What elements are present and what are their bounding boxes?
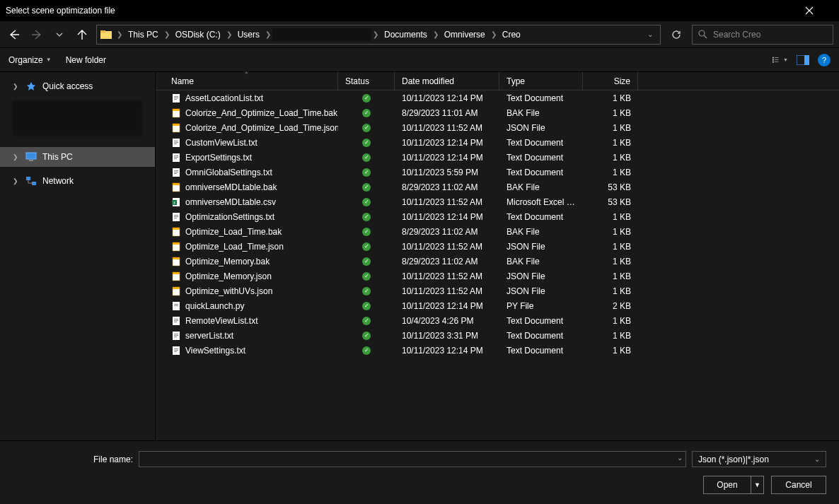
help-button[interactable]: ? (818, 54, 831, 66)
status-synced-icon: ✓ (362, 257, 371, 266)
sort-indicator-icon: ⌃ (244, 72, 249, 78)
file-date: 10/11/2023 11:52 AM (395, 271, 499, 281)
crumb-documents[interactable]: Documents (380, 30, 432, 40)
sidebar-network[interactable]: ❯ Network (0, 171, 155, 191)
cancel-button[interactable]: Cancel (771, 476, 826, 494)
recent-dropdown[interactable] (51, 26, 68, 43)
sidebar-this-pc[interactable]: ❯ This PC (0, 147, 155, 167)
status-synced-icon: ✓ (362, 346, 371, 355)
file-row[interactable]: OptimizationSettings.txt✓10/11/2023 12:1… (156, 209, 839, 224)
file-row[interactable]: CustomViewList.txt✓10/11/2023 12:14 PMTe… (156, 135, 839, 150)
status-synced-icon: ✓ (362, 168, 371, 177)
file-type-filter[interactable]: Json (*.json)|*.json ⌄ (692, 451, 826, 467)
file-type: JSON File (499, 286, 583, 296)
chevron-right-icon: ❯ (226, 30, 232, 38)
chevron-right-icon: ❯ (164, 30, 170, 38)
file-name: RemoteViewList.txt (185, 316, 258, 326)
preview-pane-icon (797, 55, 809, 65)
header-size[interactable]: Size (583, 72, 638, 90)
sidebar-item-label: Network (42, 176, 74, 186)
network-icon (25, 175, 37, 187)
up-button[interactable] (74, 26, 91, 43)
chevron-down-icon[interactable]: ⌄ (647, 30, 653, 38)
status-synced-icon: ✓ (362, 287, 371, 295)
svg-rect-18 (174, 99, 177, 100)
chevron-right-icon: ❯ (117, 30, 122, 38)
sidebar-quick-access[interactable]: ❯ Quick access (0, 76, 155, 96)
file-row[interactable]: OmniGlobalSettings.txt✓10/11/2023 5:59 P… (156, 165, 839, 180)
svg-rect-10 (804, 55, 809, 65)
svg-point-2 (699, 30, 705, 36)
svg-rect-63 (174, 304, 178, 305)
file-size: 1 KB (583, 153, 638, 163)
chevron-down-icon[interactable]: ⌄ (677, 454, 683, 462)
svg-rect-76 (174, 351, 177, 352)
file-row[interactable]: Optimize_withUVs.json✓10/11/2023 11:52 A… (156, 283, 839, 298)
file-row[interactable]: serverList.txt✓10/11/2023 3:31 PMText Do… (156, 328, 839, 343)
file-name: OmniGlobalSettings.txt (185, 168, 272, 177)
file-row[interactable]: Colorize_And_Optimize_Load_Time.json✓10/… (156, 120, 839, 135)
forward-button[interactable] (28, 26, 45, 43)
file-row[interactable]: ExportSettings.txt✓10/11/2023 12:14 PMTe… (156, 150, 839, 165)
crumb-user-redacted[interactable] (272, 28, 371, 41)
file-icon (171, 182, 181, 192)
new-folder-label: New folder (66, 55, 106, 65)
file-date: 10/11/2023 11:52 AM (395, 123, 499, 133)
crumb-creo[interactable]: Creo (498, 30, 525, 40)
filter-label: Json (*.json)|*.json (698, 455, 769, 464)
file-name: serverList.txt (185, 331, 233, 341)
file-icon (171, 138, 181, 148)
sidebar-redacted-items (13, 100, 142, 136)
new-folder-button[interactable]: New folder (66, 55, 106, 65)
file-row[interactable]: omniverseMDLtable.bak✓8/29/2023 11:02 AM… (156, 180, 839, 194)
chevron-down-icon: ⌄ (814, 455, 820, 463)
crumb-this-pc[interactable]: This PC (124, 30, 163, 40)
sidebar-item-label: Quick access (42, 81, 93, 91)
svg-rect-64 (174, 305, 178, 306)
file-row[interactable]: ViewSettings.txt✓10/11/2023 12:14 PMText… (156, 343, 839, 358)
breadcrumb[interactable]: ❯ This PC ❯ OSDisk (C:) ❯ Users ❯ ❯ Docu… (96, 25, 661, 45)
svg-rect-75 (174, 350, 178, 351)
search-input[interactable]: Search Creo (692, 25, 833, 45)
file-row[interactable]: Optimize_Load_Time.json✓10/11/2023 11:52… (156, 239, 839, 254)
window-title: Select scene optimization file (6, 6, 805, 16)
crumb-omniverse[interactable]: Omniverse (440, 30, 490, 40)
file-date: 10/11/2023 11:52 AM (395, 286, 499, 296)
file-type: Text Document (499, 212, 583, 222)
file-row[interactable]: AssetLocationList.txt✓10/11/2023 12:14 P… (156, 90, 839, 105)
file-date: 8/29/2023 11:02 AM (395, 227, 499, 237)
file-icon (171, 153, 181, 163)
file-row[interactable]: RemoteViewList.txt✓10/4/2023 4:26 PMText… (156, 313, 839, 328)
crumb-osdisk[interactable]: OSDisk (C:) (171, 30, 225, 40)
open-button[interactable]: Open (703, 476, 751, 494)
organize-button[interactable]: Organize ▼ (8, 55, 52, 65)
file-date: 8/29/2023 11:02 AM (395, 257, 499, 266)
file-icon (171, 123, 181, 133)
back-button[interactable] (6, 26, 23, 43)
file-row[interactable]: Colorize_And_Optimize_Load_Time.bak✓8/29… (156, 105, 839, 120)
refresh-button[interactable] (666, 25, 686, 45)
crumb-users[interactable]: Users (233, 30, 264, 40)
file-name: OptimizationSettings.txt (185, 212, 274, 222)
file-row[interactable]: Optimize_Memory.bak✓8/29/2023 11:02 AMBA… (156, 254, 839, 269)
close-button[interactable] (805, 6, 833, 15)
file-row[interactable]: quickLaunch.py✓10/11/2023 12:14 PMPY Fil… (156, 298, 839, 313)
file-row[interactable]: Optimize_Load_Time.bak✓8/29/2023 11:02 A… (156, 224, 839, 239)
file-icon (171, 212, 181, 222)
header-type[interactable]: Type (499, 72, 583, 90)
filename-input[interactable]: ⌄ (139, 451, 686, 467)
header-date[interactable]: Date modified (395, 72, 499, 90)
file-icon (171, 227, 181, 237)
open-dropdown-button[interactable]: ▼ (751, 476, 764, 494)
file-size: 1 KB (583, 123, 638, 133)
file-row[interactable]: Optimize_Memory.json✓10/11/2023 11:52 AM… (156, 269, 839, 283)
file-name: quickLaunch.py (185, 301, 244, 311)
file-row[interactable]: XomniverseMDLtable.csv✓10/11/2023 11:52 … (156, 194, 839, 209)
preview-pane-button[interactable] (795, 52, 811, 68)
header-name[interactable]: ⌃ Name (156, 72, 338, 90)
view-list-icon (773, 54, 781, 66)
file-size: 1 KB (583, 212, 638, 222)
view-options-button[interactable]: ▼ (773, 52, 788, 68)
header-status[interactable]: Status (338, 72, 395, 90)
arrow-right-icon (31, 29, 42, 40)
